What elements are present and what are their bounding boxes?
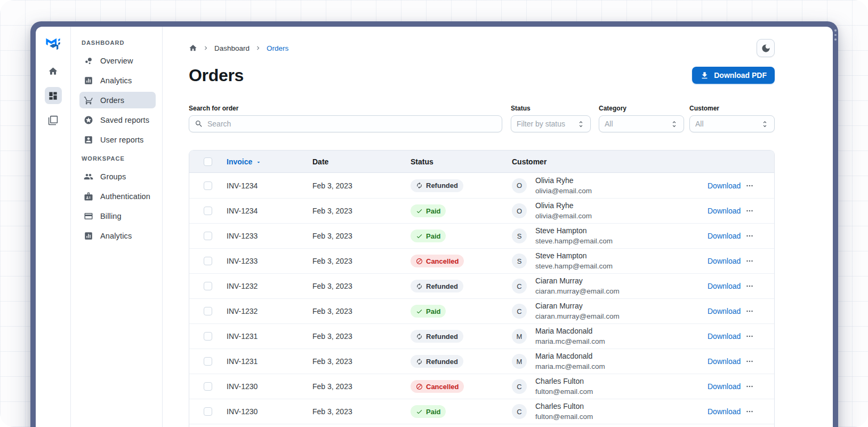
- sidebar-item-analytics[interactable]: Analytics: [79, 72, 156, 89]
- row-checkbox[interactable]: [204, 181, 212, 190]
- status-chip: Refunded: [411, 355, 463, 368]
- column-header-invoice[interactable]: Invoice: [227, 157, 312, 166]
- people-icon: [84, 172, 93, 181]
- customer-email: ciaran.murray@email.com: [535, 311, 620, 321]
- avatar: S: [512, 228, 527, 243]
- invoice-cell: INV-1232: [227, 307, 312, 315]
- table-row: INV-1233 Feb 3, 2023 Paid S Steve Hampto…: [189, 223, 774, 248]
- sidebar-item-groups[interactable]: Groups: [79, 168, 156, 185]
- row-checkbox[interactable]: [204, 357, 212, 366]
- sidebar-item-orders[interactable]: Orders: [79, 92, 156, 108]
- breadcrumb-item-orders[interactable]: Orders: [267, 44, 288, 52]
- download-link[interactable]: Download: [708, 307, 741, 315]
- avatar: C: [512, 379, 527, 394]
- sidebar-item-saved-reports[interactable]: Saved reports: [79, 112, 156, 128]
- status-chip: Paid: [411, 305, 446, 318]
- theme-toggle-button[interactable]: [757, 39, 775, 57]
- select-all-checkbox[interactable]: [204, 157, 212, 166]
- customer-name: Olivia Ryhe: [535, 176, 592, 186]
- block-icon: [416, 383, 423, 390]
- search-icon: [195, 120, 203, 128]
- sidebar-item-analytics[interactable]: Analytics: [79, 227, 156, 244]
- download-link[interactable]: Download: [708, 357, 741, 366]
- download-link[interactable]: Download: [708, 407, 741, 416]
- download-link[interactable]: Download: [708, 282, 741, 290]
- more-options-button[interactable]: [742, 330, 757, 343]
- category-select[interactable]: All: [599, 115, 684, 132]
- nav-section-label: WORKSPACE: [79, 155, 156, 162]
- search-input[interactable]: [207, 120, 496, 128]
- download-link[interactable]: Download: [708, 181, 741, 190]
- avatar: S: [512, 254, 527, 268]
- download-link[interactable]: Download: [708, 382, 741, 391]
- more-options-button[interactable]: [742, 280, 757, 292]
- row-checkbox[interactable]: [204, 232, 212, 240]
- download-link[interactable]: Download: [708, 332, 741, 341]
- home-icon[interactable]: [189, 44, 197, 52]
- download-link[interactable]: Download: [708, 207, 741, 215]
- status-chip: Paid: [411, 230, 446, 242]
- column-header-customer: Customer: [512, 157, 681, 166]
- app-surface: DASHBOARD Overview Analytics Orders Save…: [36, 27, 833, 427]
- sidebar-item-user-reports[interactable]: User reports: [79, 131, 156, 148]
- search-field[interactable]: [189, 115, 502, 132]
- customer-cell: C Ciaran Murray ciaran.murray@email.com: [512, 301, 681, 321]
- row-checkbox[interactable]: [204, 307, 212, 315]
- breadcrumb: Dashboard Orders: [189, 44, 288, 52]
- date-cell: Feb 3, 2023: [312, 257, 411, 265]
- status-select[interactable]: Filter by status: [511, 115, 591, 132]
- customer-cell: M Maria Macdonald maria.mc@email.com: [512, 351, 681, 371]
- customer-name: Steve Hampton: [535, 226, 613, 236]
- more-options-button[interactable]: [742, 405, 757, 418]
- download-pdf-button[interactable]: Download PDF: [692, 67, 775, 84]
- row-checkbox[interactable]: [204, 332, 212, 341]
- date-cell: Feb 3, 2023: [312, 307, 411, 315]
- nav-section-label: DASHBOARD: [79, 39, 156, 46]
- analytics-icon: [84, 231, 93, 241]
- customer-cell: C Charles Fulton fulton@email.com: [512, 376, 681, 397]
- home-icon: [48, 66, 58, 76]
- row-checkbox[interactable]: [204, 282, 212, 290]
- customer-email: olivia@email.com: [535, 211, 592, 221]
- customer-filter-label: Customer: [689, 105, 775, 112]
- scrollbar-dots[interactable]: [834, 29, 837, 41]
- customer-select[interactable]: All: [689, 115, 775, 132]
- rail-button-layers[interactable]: [45, 112, 62, 129]
- row-checkbox[interactable]: [204, 207, 212, 215]
- status-chip: Cancelled: [411, 380, 464, 393]
- row-checkbox[interactable]: [204, 407, 212, 416]
- sidebar-item-authentication[interactable]: Authentication: [79, 188, 156, 204]
- more-options-button[interactable]: [742, 305, 757, 318]
- avatar: M: [512, 354, 527, 369]
- sidebar-item-billing[interactable]: Billing: [79, 208, 156, 224]
- more-horiz-icon: [745, 382, 754, 391]
- dashboard-icon: [48, 91, 58, 101]
- customer-select-value: All: [695, 120, 761, 128]
- table-row-partial: [189, 424, 774, 427]
- row-checkbox[interactable]: [204, 257, 212, 265]
- nav-section: WORKSPACE Groups Authentication Billing …: [79, 155, 156, 244]
- check-icon: [416, 308, 423, 315]
- breadcrumb-item-dashboard[interactable]: Dashboard: [214, 44, 250, 52]
- refresh-icon: [416, 283, 423, 290]
- badge-icon: [84, 192, 93, 201]
- date-cell: Feb 3, 2023: [312, 382, 411, 391]
- block-icon: [416, 258, 423, 265]
- sidebar-item-overview[interactable]: Overview: [79, 52, 156, 69]
- more-options-button[interactable]: [742, 179, 757, 192]
- customer-email: olivia@email.com: [535, 186, 592, 196]
- more-options-button[interactable]: [742, 230, 757, 242]
- more-options-button[interactable]: [742, 204, 757, 217]
- account-box-icon: [84, 135, 93, 145]
- more-options-button[interactable]: [742, 380, 757, 393]
- more-options-button[interactable]: [742, 255, 757, 267]
- rail-button-dashboard[interactable]: [45, 87, 62, 104]
- status-chip: Cancelled: [411, 255, 464, 267]
- download-link[interactable]: Download: [708, 232, 741, 240]
- download-link[interactable]: Download: [708, 257, 741, 265]
- more-options-button[interactable]: [742, 355, 757, 368]
- row-checkbox[interactable]: [204, 382, 212, 391]
- orders-table: Invoice Date Status Customer INV-1234 Fe…: [189, 150, 775, 427]
- more-horiz-icon: [745, 181, 754, 191]
- rail-button-home[interactable]: [45, 62, 62, 80]
